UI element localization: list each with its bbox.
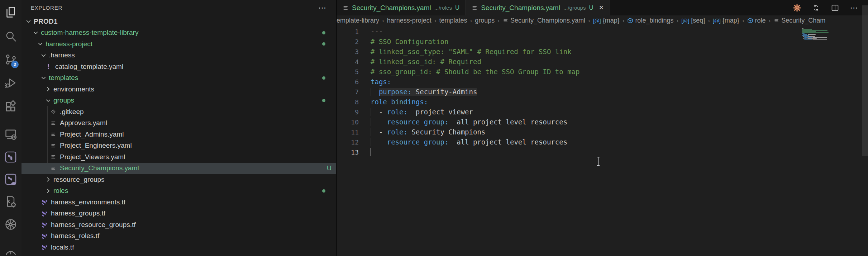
editor-action-more-actions[interactable]: ⋯ [849, 3, 859, 13]
yaml-file-icon [342, 5, 349, 11]
terraform-icon [4, 151, 17, 163]
terraform-cloud-icon [4, 173, 17, 186]
minimap-line [802, 31, 816, 32]
minimap-line [807, 36, 815, 37]
breadcrumb-item[interactable]: emplate-library [337, 17, 379, 24]
tree-file-harness_roles.tf[interactable]: harness_roles.tf [22, 231, 336, 242]
chevron-down-icon [33, 30, 39, 36]
tree-file-Security_Champions.yaml[interactable]: Security_Champions.yamlU [22, 163, 336, 174]
token-cmt: # sso_group_id: # Should be the SSO Grou… [371, 68, 580, 76]
activity-item-explorer[interactable] [0, 3, 22, 22]
code-line-3[interactable]: 3# linked_sso_type: "SAML" # Required fo… [337, 47, 821, 57]
tab-Security_Champions.yaml[interactable]: Security_Champions.yaml.../rolesU [337, 0, 466, 15]
code-line-9[interactable]: 9 - role: _project_viewer [337, 107, 821, 117]
symbol-object-icon: [@] [681, 18, 689, 24]
breadcrumb-label: harness-project [387, 17, 431, 24]
activity-item-remote-explorer[interactable] [0, 125, 22, 143]
breadcrumb-separator-icon: › [708, 17, 710, 24]
breadcrumb-separator-icon: › [769, 17, 771, 24]
code-line-5[interactable]: 5# sso_group_id: # Should be the SSO Gro… [337, 67, 821, 77]
tree-file-Project_Engineers.yaml[interactable]: Project_Engineers.yaml [22, 140, 336, 152]
editor-action-split-editor[interactable] [830, 3, 840, 13]
code-line-4[interactable]: 4# linked_sso_id: # Required [337, 57, 821, 67]
terraform-file-icon [40, 222, 48, 228]
code-editor[interactable]: 1---2# SSO Configuration3# linked_sso_ty… [337, 26, 868, 256]
occurrence-highlight: purpose: Security-Admins [379, 88, 477, 96]
tree-file-partial[interactable] [22, 253, 336, 256]
code-line-12[interactable]: 12 resource_group: _all_project_level_re… [337, 137, 821, 147]
tree-file-catalog_template.yaml[interactable]: !catalog_template.yaml [22, 61, 336, 72]
line-content: - role: Security_Champions [371, 128, 485, 136]
code-lines: 1---2# SSO Configuration3# linked_sso_ty… [337, 27, 821, 157]
breadcrumb-item[interactable]: Security_Cham [773, 17, 825, 24]
breadcrumb-item[interactable]: groups [475, 17, 495, 24]
activity-item-terraform[interactable] [0, 148, 22, 166]
symbol-field-icon [747, 18, 753, 24]
code-line-13[interactable]: 13 [337, 147, 821, 157]
tree-item-label: groups [53, 96, 74, 104]
tab-filename: Security_Champions.yaml [352, 4, 431, 12]
explorer-more-actions-button[interactable]: ⋯ [318, 6, 326, 10]
token-cmt: # linked_sso_type: "SAML" # Required for… [371, 48, 572, 56]
tree-folder-templates[interactable]: templates [22, 72, 336, 84]
tree-file-Project_Admins.yaml[interactable]: Project_Admins.yaml [22, 129, 336, 140]
code-line-11[interactable]: 11 - role: Security_Champions [337, 127, 821, 137]
activity-item-search[interactable] [0, 27, 22, 46]
tree-folder-PROD1[interactable]: PROD1 [22, 16, 336, 27]
token-key: role: [387, 128, 407, 136]
tree-file-.gitkeep[interactable]: .gitkeep [22, 106, 336, 118]
breadcrumb-item[interactable]: [@]{map} [713, 17, 739, 24]
minimap-line [802, 32, 829, 33]
activity-item-terraform-cloud[interactable] [0, 170, 22, 189]
tree-file-locals.tf[interactable]: locals.tf [22, 242, 336, 253]
tree-item-label: templates [49, 74, 78, 82]
code-line-10[interactable]: 10 resource_group: _all_project_level_re… [337, 117, 821, 127]
chevron-down-icon [37, 41, 43, 47]
activity-item-source-control[interactable]: 2 [0, 50, 22, 69]
tree-file-harness_resource_groups.tf[interactable]: harness_resource_groups.tf [22, 219, 336, 231]
tab-close-button[interactable]: ✕ [599, 4, 604, 11]
minimap[interactable] [802, 28, 839, 71]
activity-item-code-config[interactable] [0, 192, 22, 211]
tree-folder-environments[interactable]: environments [22, 84, 336, 95]
editor-action-open-changes[interactable] [811, 3, 821, 13]
activity-item-run-debug[interactable] [0, 74, 22, 92]
breadcrumb-item[interactable]: [@]{map} [593, 17, 620, 24]
tree-folder-harness-project[interactable]: harness-project [22, 38, 336, 50]
tree-folder-resource_groups[interactable]: resource_groups [22, 174, 336, 185]
breadcrumb-item[interactable]: role [747, 17, 766, 24]
code-line-8[interactable]: 8role_bindings: [337, 97, 821, 107]
tree-folder-custom-harness-template-library[interactable]: custom-harness-template-library [22, 27, 336, 39]
breadcrumb-label: groups [475, 17, 495, 24]
tree-folder-groups[interactable]: groups [22, 95, 336, 106]
extensions-icon [4, 100, 17, 113]
file-tree: PROD1custom-harness-template-libraryharn… [22, 16, 336, 256]
breadcrumb-item[interactable]: [@][seq] [681, 17, 705, 24]
tree-folder-.harness[interactable]: .harness [22, 50, 336, 61]
code-line-1[interactable]: 1--- [337, 27, 821, 37]
activity-item-extensions[interactable] [0, 98, 22, 116]
tree-file-harness_groups.tf[interactable]: harness_groups.tf [22, 208, 336, 219]
tab-Security_Champions.yaml-active[interactable]: Security_Champions.yaml.../groupsU✕ [466, 0, 610, 15]
code-line-6[interactable]: 6tags: [337, 77, 821, 87]
breadcrumb-item[interactable]: templates [439, 17, 467, 24]
tree-file-harness_environments.tf[interactable]: harness_environments.tf [22, 196, 336, 208]
activity-item-bottom-partial[interactable] [0, 240, 22, 256]
breadcrumb-separator-icon: › [588, 17, 590, 24]
breadcrumb-item[interactable]: harness-project [387, 17, 431, 24]
minimap-line [804, 36, 807, 37]
editor-scrollbar[interactable] [862, 5, 868, 156]
breadcrumb-item[interactable]: Security_Champions.yaml [502, 17, 585, 24]
code-line-2[interactable]: 2# SSO Configuration [337, 37, 821, 47]
line-number: 1 [337, 28, 359, 35]
tree-folder-roles[interactable]: roles [22, 185, 336, 197]
activity-item-kubernetes[interactable] [0, 215, 22, 234]
code-line-7[interactable]: 7 purpose: Security-Admins [337, 87, 821, 97]
tree-item-label: Security_Champions.yaml [60, 164, 139, 172]
tree-file-Project_Viewers.yaml[interactable]: Project_Viewers.yaml [22, 151, 336, 163]
breadcrumb-item[interactable]: role_bindings [627, 17, 673, 24]
tree-file-Approvers.yaml[interactable]: Approvers.yaml [22, 118, 336, 129]
token-key: role_bindings: [371, 98, 428, 106]
editor-action-assistant[interactable] [792, 3, 802, 13]
chevron-down-icon [40, 75, 47, 81]
